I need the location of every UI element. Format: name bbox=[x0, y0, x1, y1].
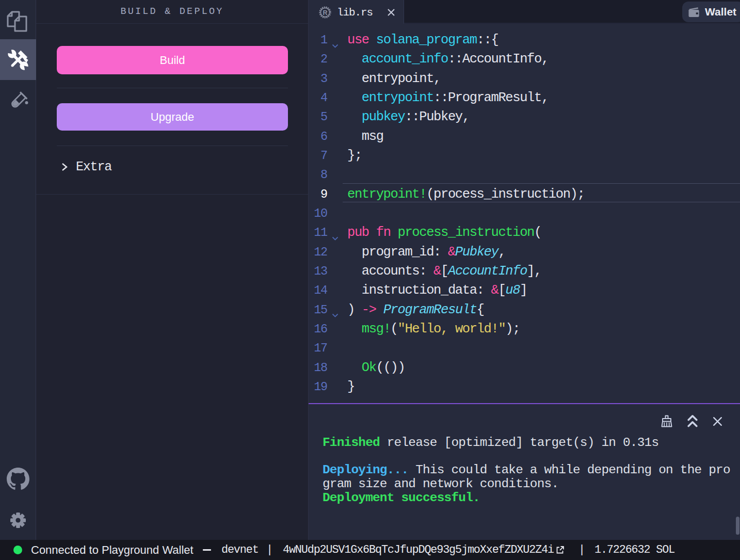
svg-text:R: R bbox=[323, 9, 327, 17]
